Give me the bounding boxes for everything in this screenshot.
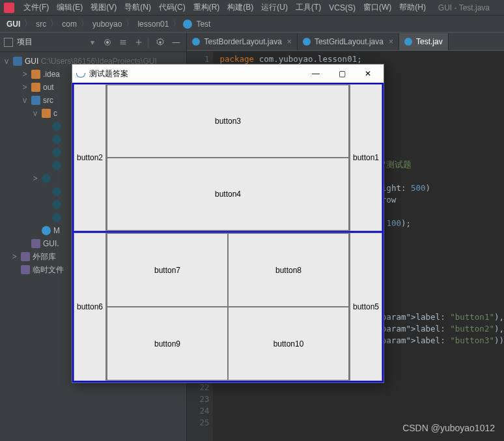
jar-icon xyxy=(21,252,30,261)
minimize-icon[interactable]: — xyxy=(303,65,329,82)
tree-label: 临时文件 xyxy=(33,264,64,276)
close-icon[interactable]: × xyxy=(389,37,393,46)
app-icon xyxy=(4,3,14,13)
menu-build[interactable]: 构建(B) xyxy=(223,1,257,14)
project-header: 项目 ▾ — xyxy=(0,33,186,52)
tree-arrow-icon: > xyxy=(21,70,29,79)
tab-testgridlayout[interactable]: TestGridLayout.java × xyxy=(298,33,399,50)
class-icon xyxy=(52,135,61,144)
class-icon xyxy=(183,20,192,29)
menu-navigate[interactable]: 导航(N) xyxy=(120,1,155,14)
menu-tools[interactable]: 工具(T) xyxy=(292,1,325,14)
tab-label: TestGridLayout.java xyxy=(315,37,384,46)
button2[interactable]: button2 xyxy=(74,84,106,231)
maximize-icon[interactable]: ▢ xyxy=(329,65,355,82)
swing-title: 测试题答案 xyxy=(89,68,303,79)
button8[interactable]: button8 xyxy=(228,233,349,307)
class-icon xyxy=(52,213,61,222)
menu-window[interactable]: 窗口(W) xyxy=(359,1,395,14)
tree-arrow-icon: > xyxy=(31,174,39,183)
menu-refactor[interactable]: 重构(R) xyxy=(189,1,224,14)
tree-arrow-icon: v xyxy=(21,96,29,105)
tree-label: 外部库 xyxy=(33,251,56,263)
chevron-right-icon: 〉 xyxy=(123,18,136,29)
expand-icon[interactable] xyxy=(132,36,145,49)
tree-arrow-icon: > xyxy=(21,83,29,92)
menu-view[interactable]: 视图(V) xyxy=(87,1,120,14)
close-icon[interactable]: × xyxy=(287,37,292,46)
class-icon xyxy=(52,200,61,209)
java-swing-window[interactable]: 测试题答案 — ▢ ✕ button2 button3 button4 butt… xyxy=(72,64,384,383)
jar-icon xyxy=(21,265,30,274)
chevron-right-icon: 〉 xyxy=(78,18,91,29)
swing-body: button2 button3 button4 button1 button6 … xyxy=(72,83,384,382)
editor-tabs: TestBorderLayout.java × TestGridLayout.j… xyxy=(187,33,504,51)
separator xyxy=(148,37,148,48)
button9[interactable]: button9 xyxy=(107,307,228,380)
class-icon xyxy=(42,226,51,235)
class-icon xyxy=(52,148,61,157)
folder-icon xyxy=(42,109,51,118)
button5[interactable]: button5 xyxy=(350,233,382,381)
menu-file[interactable]: 文件(F) xyxy=(20,1,53,14)
class-icon xyxy=(404,38,412,46)
tree-label: c xyxy=(53,109,57,118)
jar-icon xyxy=(31,239,40,248)
project-view-icon[interactable] xyxy=(4,38,13,47)
tree-label: .idea xyxy=(43,70,60,79)
project-title: 项目 xyxy=(17,36,91,48)
folder-blue-icon xyxy=(31,96,40,105)
class-icon xyxy=(52,122,61,131)
tree-label: out xyxy=(43,83,54,92)
button10[interactable]: button10 xyxy=(228,307,349,380)
tree-arrow-icon: > xyxy=(10,252,18,261)
class-icon xyxy=(192,38,200,46)
watermark: CSDN @yuboyao1012 xyxy=(402,423,495,433)
java-icon xyxy=(75,68,85,79)
tree-label: M xyxy=(53,226,60,235)
hide-icon[interactable]: — xyxy=(169,36,182,49)
button6[interactable]: button6 xyxy=(74,233,106,381)
close-icon[interactable]: ✕ xyxy=(355,65,381,82)
menu-help[interactable]: 帮助(H) xyxy=(395,1,430,14)
tree-root-label: GUI xyxy=(25,57,38,66)
button7[interactable]: button7 xyxy=(107,233,228,307)
tree-label: src xyxy=(43,96,53,105)
gear-icon[interactable] xyxy=(154,36,167,49)
button3[interactable]: button3 xyxy=(107,85,349,158)
project-icon xyxy=(13,57,22,66)
main-menubar: 文件(F) 编辑(E) 视图(V) 导航(N) 代码(C) 重构(R) 构建(B… xyxy=(0,0,504,16)
breadcrumb-root[interactable]: GUI xyxy=(5,20,21,29)
bottom-panel: button6 button7 button8 button9 button10… xyxy=(74,233,382,381)
menu-vcs[interactable]: VCS(S) xyxy=(325,2,359,14)
button4[interactable]: button4 xyxy=(107,158,349,231)
breadcrumb-item[interactable]: yuboyao xyxy=(91,20,123,29)
tree-label: GUI. xyxy=(43,239,59,248)
tab-testborderlayout[interactable]: TestBorderLayout.java × xyxy=(187,33,297,50)
tab-test[interactable]: Test.jav xyxy=(399,33,449,50)
svg-point-1 xyxy=(107,41,109,44)
breadcrumb-item[interactable]: com xyxy=(61,20,78,29)
dropdown-icon[interactable]: ▾ xyxy=(91,38,94,47)
collapse-icon[interactable] xyxy=(117,36,130,49)
target-icon[interactable] xyxy=(101,36,114,49)
menu-edit[interactable]: 编辑(E) xyxy=(53,1,87,14)
chevron-right-icon: 〉 xyxy=(170,18,183,29)
top-panel: button2 button3 button4 button1 xyxy=(74,84,382,233)
breadcrumb-leaf[interactable]: Test xyxy=(195,20,212,29)
breadcrumb-item[interactable]: src xyxy=(35,20,48,29)
menu-run[interactable]: 运行(U) xyxy=(257,1,292,14)
menu-code[interactable]: 代码(C) xyxy=(155,1,189,14)
class-icon xyxy=(52,161,61,170)
button1[interactable]: button1 xyxy=(350,84,382,231)
bottom-center: button7 button8 button9 button10 xyxy=(106,233,350,381)
breadcrumb-item[interactable]: lesson01 xyxy=(136,20,170,29)
chevron-right-icon: 〉 xyxy=(48,18,61,29)
tab-label: Test.jav xyxy=(416,37,443,46)
chevron-right-icon: 〉 xyxy=(21,18,35,29)
class-icon xyxy=(303,38,311,46)
class-icon xyxy=(42,174,51,183)
folder-icon xyxy=(31,70,40,79)
swing-titlebar[interactable]: 测试题答案 — ▢ ✕ xyxy=(72,64,384,83)
folder-icon xyxy=(31,83,40,92)
